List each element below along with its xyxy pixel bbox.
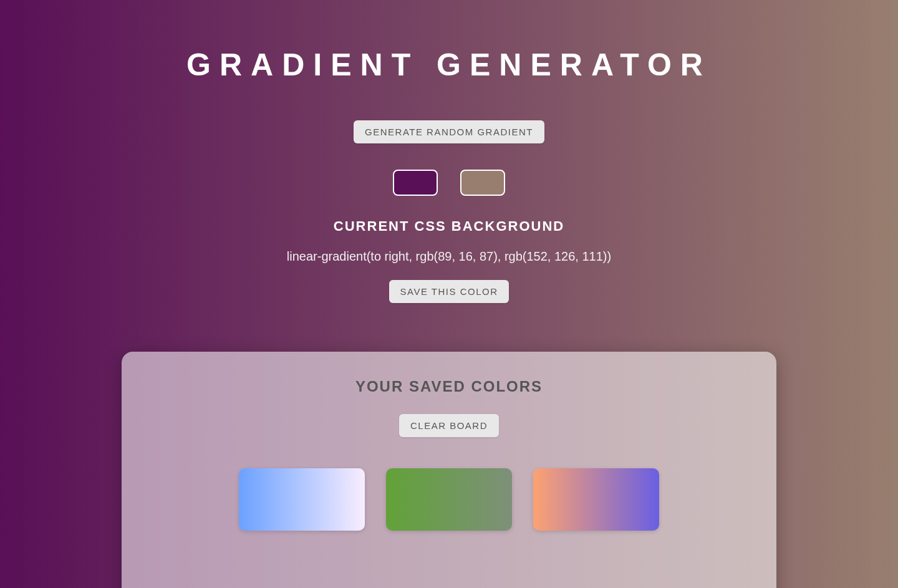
color-picker-1[interactable] xyxy=(393,170,438,196)
saved-swatch[interactable] xyxy=(239,468,365,531)
color-picker-row xyxy=(393,170,505,196)
page-title: GRADIENT GENERATOR xyxy=(186,47,712,83)
generate-button[interactable]: GENERATE RANDOM GRADIENT xyxy=(354,120,544,143)
save-button[interactable]: SAVE THIS COLOR xyxy=(389,280,509,303)
color-picker-2[interactable] xyxy=(460,170,505,196)
saved-colors-title: YOUR SAVED COLORS xyxy=(355,378,543,395)
current-css-label: CURRENT CSS BACKGROUND xyxy=(334,218,564,234)
saved-swatch[interactable] xyxy=(386,468,512,531)
saved-swatch-grid xyxy=(239,468,659,531)
css-string-output: linear-gradient(to right, rgb(89, 16, 87… xyxy=(287,249,611,264)
saved-swatch[interactable] xyxy=(533,468,659,531)
clear-board-button[interactable]: CLEAR BOARD xyxy=(399,414,499,437)
saved-colors-panel: YOUR SAVED COLORS CLEAR BOARD xyxy=(122,352,776,588)
